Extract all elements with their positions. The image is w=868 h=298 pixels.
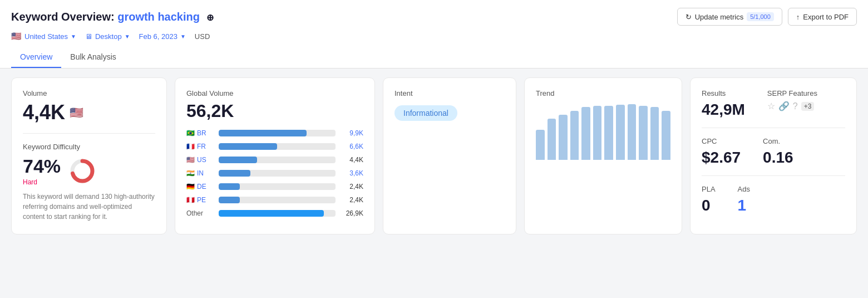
trend-bar-item: [650, 107, 659, 160]
serp-star-icon: ☆: [767, 101, 775, 111]
trend-bar-chart: [536, 104, 670, 160]
kd-description: This keyword will demand 130 high-author…: [23, 192, 155, 222]
update-metrics-button[interactable]: ↻ Update metrics 5/1,000: [677, 8, 782, 26]
kd-hard-label: Hard: [23, 178, 61, 186]
trend-bar-item: [570, 111, 579, 160]
country-bar-fill: [219, 183, 240, 190]
cpc-com-section: CPC $2.67 Com. 0.16: [702, 128, 845, 167]
trend-bar-item: [559, 115, 568, 160]
volume-flag: 🇺🇸: [70, 106, 83, 119]
country-flag: 🇺🇸: [11, 31, 22, 41]
device-chevron-icon: ▼: [125, 33, 130, 40]
other-bar-fill: [219, 210, 324, 217]
country-bar-track: [219, 130, 336, 136]
country-row-flag: 🇧🇷: [186, 129, 195, 137]
country-row-code: DE: [197, 183, 206, 190]
pla-label: PLA: [702, 185, 716, 193]
results-value: 42,9M: [702, 101, 745, 119]
device-label: Desktop: [95, 32, 122, 41]
header-top: Keyword Overview: growth hacking ⊕ ↻ Upd…: [11, 8, 857, 26]
device-icon: 🖥: [85, 32, 92, 41]
serp-plus-badge: +3: [801, 102, 815, 111]
country-flag-code: 🇺🇸 US: [186, 156, 214, 164]
trend-bar-item: [536, 130, 545, 160]
country-bar-track: [219, 183, 336, 190]
country-bar-row: 🇵🇪 PE 2,4K: [186, 196, 363, 204]
country-row-flag: 🇫🇷: [186, 143, 195, 150]
country-row-code: BR: [197, 129, 206, 137]
device-filter[interactable]: 🖥 Desktop ▼: [85, 32, 130, 46]
kd-value-row: 74% Hard: [23, 155, 155, 186]
results-card: Results 42,9M SERP Features ☆ 🔗 ? +3 CPC…: [690, 77, 857, 235]
export-pdf-button[interactable]: ↑ Export to PDF: [788, 8, 857, 26]
country-bar-value: 4,4K: [340, 156, 363, 164]
country-bar-row: 🇩🇪 DE 2,4K: [186, 183, 363, 190]
serp-label: SERP Features: [767, 89, 817, 97]
country-label: United States: [24, 32, 68, 41]
date-chevron-icon: ▼: [180, 33, 186, 40]
trend-bar-item: [581, 107, 590, 160]
tabs: Overview Bulk Analysis: [11, 47, 857, 68]
cpc-label: CPC: [702, 137, 741, 145]
country-bar-track: [219, 170, 336, 177]
trend-bar-item: [628, 104, 637, 160]
ads-section: Ads 1: [738, 185, 750, 214]
country-filter[interactable]: 🇺🇸 United States ▼: [11, 31, 76, 47]
country-bar-value: 2,4K: [340, 196, 363, 204]
page-title: Keyword Overview: growth hacking ⊕: [11, 11, 214, 23]
serp-question-icon: ?: [793, 101, 798, 111]
trend-bar-item: [616, 105, 625, 160]
country-bar-value: 2,4K: [340, 183, 363, 190]
country-flag-code: 🇩🇪 DE: [186, 183, 214, 190]
country-bar-fill: [219, 143, 277, 150]
country-bar-row: 🇮🇳 IN 3,6K: [186, 169, 363, 177]
kd-label: Keyword Difficulty: [23, 143, 155, 151]
global-volume-label: Global Volume: [186, 89, 363, 97]
trend-bar-item: [604, 106, 613, 160]
country-bar-track: [219, 143, 336, 150]
trend-bar-item: [593, 106, 602, 160]
country-row-flag: 🇮🇳: [186, 169, 195, 177]
trend-card: Trend: [524, 77, 682, 235]
country-row-flag: 🇩🇪: [186, 183, 195, 190]
other-bar-track: [219, 210, 336, 217]
date-label: Feb 6, 2023: [139, 32, 177, 41]
country-bar-row: 🇫🇷 FR 6,6K: [186, 143, 363, 150]
volume-label: Volume: [23, 89, 155, 97]
tab-bulk-analysis[interactable]: Bulk Analysis: [61, 47, 125, 68]
country-row-code: FR: [197, 143, 206, 150]
volume-card: Volume 4,4K 🇺🇸 Keyword Difficulty 74% Ha…: [11, 77, 167, 235]
date-filter[interactable]: Feb 6, 2023 ▼: [139, 32, 186, 46]
results-serp-top: Results 42,9M SERP Features ☆ 🔗 ? +3: [702, 89, 845, 119]
ads-value: 1: [738, 197, 750, 214]
intent-card: Intent Informational: [383, 77, 516, 235]
country-row-code: PE: [197, 196, 206, 204]
export-icon: ↑: [796, 13, 800, 21]
country-flag-code: 🇵🇪 PE: [186, 196, 214, 204]
trend-bar-item: [662, 111, 670, 160]
trend-bar-item: [548, 119, 556, 160]
country-chevron-icon: ▼: [71, 33, 76, 40]
country-flag-code: 🇮🇳 IN: [186, 169, 214, 177]
intent-label: Intent: [394, 89, 505, 97]
add-keyword-icon[interactable]: ⊕: [206, 13, 214, 22]
country-flag-code: 🇧🇷 BR: [186, 129, 214, 137]
trend-bar-item: [639, 106, 648, 160]
serp-icons-row: ☆ 🔗 ? +3: [767, 101, 817, 111]
country-row-code: US: [197, 156, 206, 164]
country-bar-row: 🇧🇷 BR 9,9K: [186, 129, 363, 137]
results-section: Results 42,9M: [702, 89, 745, 119]
country-bar-rows: 🇧🇷 BR 9,9K 🇫🇷 FR 6,6K 🇺🇸 US: [186, 129, 363, 204]
country-bar-fill: [219, 170, 250, 177]
other-label: Other: [186, 209, 214, 217]
country-bar-track: [219, 197, 336, 203]
country-bar-track: [219, 157, 336, 163]
keyword-title: growth hacking: [117, 11, 200, 23]
tab-overview[interactable]: Overview: [11, 47, 61, 68]
serp-section: SERP Features ☆ 🔗 ? +3: [767, 89, 817, 119]
com-label: Com.: [763, 137, 793, 145]
pla-section: PLA 0: [702, 185, 716, 214]
results-label: Results: [702, 89, 745, 97]
country-flag-code: 🇫🇷 FR: [186, 143, 214, 150]
pla-ads-section: PLA 0 Ads 1: [702, 175, 845, 214]
